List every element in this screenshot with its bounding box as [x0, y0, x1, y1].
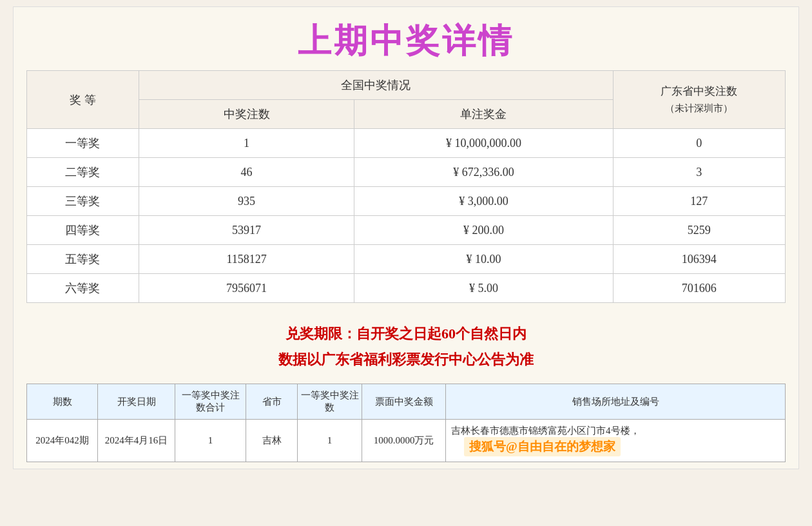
amount-column-header: 单注奖金: [354, 100, 613, 129]
guangdong-header: 广东省中奖注数 （未计深圳市）: [613, 71, 786, 129]
notice-line1: 兑奖期限：自开奖之日起60个自然日内: [14, 321, 798, 347]
prize-count: 935: [139, 187, 354, 216]
prize-amount: ¥ 3,000.00: [354, 187, 613, 216]
history-col-header: 一等奖中奖注数: [298, 384, 362, 420]
prize-count: 46: [139, 158, 354, 187]
page-title: 上期中奖详情: [14, 7, 798, 70]
prize-amount: ¥ 10,000,000.00: [354, 129, 613, 158]
prize-amount: ¥ 5.00: [354, 274, 613, 303]
history-col-header: 省市: [246, 384, 298, 420]
guangdong-count: 127: [613, 187, 786, 216]
national-header: 全国中奖情况: [139, 71, 613, 100]
prize-row: 五等奖1158127¥ 10.00106394: [27, 245, 786, 274]
prize-count: 1: [139, 129, 354, 158]
history-col-header: 期数: [27, 384, 98, 420]
prize-amount: ¥ 672,336.00: [354, 158, 613, 187]
guangdong-count: 5259: [613, 216, 786, 245]
watermark: 搜狐号@自由自在的梦想家: [464, 437, 621, 456]
prize-name: 二等奖: [27, 158, 139, 187]
count-column-header: 中奖注数: [139, 100, 354, 129]
guangdong-count: 0: [613, 129, 786, 158]
prize-row: 四等奖53917¥ 200.005259: [27, 216, 786, 245]
history-table-section: 期数开奖日期一等奖中奖注数合计省市一等奖中奖注数票面中奖金额销售场所地址及编号 …: [14, 384, 798, 469]
prize-name: 六等奖: [27, 274, 139, 303]
history-col-header: 销售场所地址及编号: [446, 384, 786, 420]
history-cell: 1: [298, 420, 362, 462]
history-cell: 1: [175, 420, 246, 462]
prize-name: 四等奖: [27, 216, 139, 245]
main-container: 上期中奖详情 奖 等 全国中奖情况 广东省中奖注数 （未计深圳市） 中奖注数 单…: [13, 6, 799, 469]
history-table: 期数开奖日期一等奖中奖注数合计省市一等奖中奖注数票面中奖金额销售场所地址及编号 …: [26, 384, 786, 462]
history-cell: 1000.0000万元: [362, 420, 446, 462]
prize-count: 7956071: [139, 274, 354, 303]
guangdong-count: 3: [613, 158, 786, 187]
prize-table: 奖 等 全国中奖情况 广东省中奖注数 （未计深圳市） 中奖注数 单注奖金 一等奖…: [26, 70, 786, 303]
prize-amount: ¥ 10.00: [354, 245, 613, 274]
prize-row: 三等奖935¥ 3,000.00127: [27, 187, 786, 216]
history-cell: 2024年4月16日: [98, 420, 175, 462]
prize-column-header: 奖 等: [27, 71, 139, 129]
prize-name: 一等奖: [27, 129, 139, 158]
guangdong-count: 106394: [613, 245, 786, 274]
prize-count: 1158127: [139, 245, 354, 274]
prize-row: 二等奖46¥ 672,336.003: [27, 158, 786, 187]
prize-row: 一等奖1¥ 10,000,000.000: [27, 129, 786, 158]
history-col-header: 一等奖中奖注数合计: [175, 384, 246, 420]
history-row: 2024年042期2024年4月16日1吉林11000.0000万元吉林长春市德…: [27, 420, 786, 462]
history-cell: 吉林: [246, 420, 298, 462]
history-col-header: 开奖日期: [98, 384, 175, 420]
prize-table-section: 奖 等 全国中奖情况 广东省中奖注数 （未计深圳市） 中奖注数 单注奖金 一等奖…: [14, 70, 798, 309]
prize-row: 六等奖7956071¥ 5.00701606: [27, 274, 786, 303]
history-cell: 2024年042期: [27, 420, 98, 462]
guangdong-count: 701606: [613, 274, 786, 303]
prize-count: 53917: [139, 216, 354, 245]
prize-name: 三等奖: [27, 187, 139, 216]
notice-line2: 数据以广东省福利彩票发行中心公告为准: [14, 347, 798, 373]
prize-amount: ¥ 200.00: [354, 216, 613, 245]
history-col-header: 票面中奖金额: [362, 384, 446, 420]
prize-name: 五等奖: [27, 245, 139, 274]
notice-section: 兑奖期限：自开奖之日起60个自然日内 数据以广东省福利彩票发行中心公告为准: [14, 309, 798, 378]
history-cell: 吉林长春市德惠市锦绣富苑小区门市4号楼，搜狐号@自由自在的梦想家: [446, 420, 786, 462]
